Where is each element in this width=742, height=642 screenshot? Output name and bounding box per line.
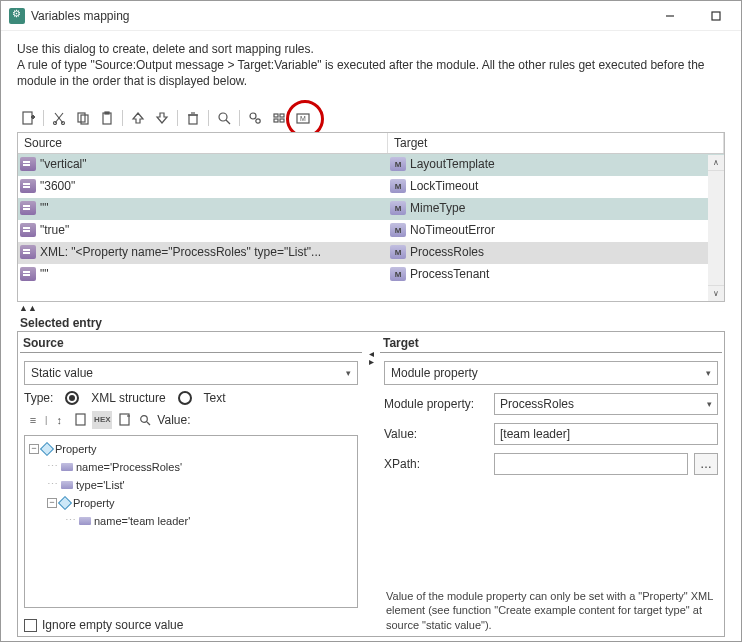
tree-node-label: name='team leader': [94, 515, 190, 527]
target-row-icon: [390, 201, 406, 215]
modules-button[interactable]: [268, 107, 290, 129]
tree-node-label: type='List': [76, 479, 125, 491]
target-panel-title: Target: [380, 334, 722, 352]
type-radio-group: Type: XML structure Text: [24, 391, 358, 405]
table-row[interactable]: "3600"LockTimeout: [18, 176, 724, 198]
target-text: ProcessTenant: [410, 267, 489, 281]
panel-splitter[interactable]: ◂ ▸: [366, 334, 376, 634]
svg-rect-26: [76, 414, 85, 425]
attr-icon: [61, 463, 73, 471]
source-row-icon: [20, 201, 36, 215]
xml-tree[interactable]: −Property ⋯name='ProcessRoles' ⋯type='Li…: [24, 435, 358, 608]
target-type-value: Module property: [391, 366, 478, 380]
svg-rect-11: [103, 113, 111, 124]
ignore-empty-row: Ignore empty source value: [24, 618, 358, 632]
value-field: [team leader]: [494, 423, 718, 445]
content-area: Use this dialog to create, delete and so…: [1, 31, 741, 641]
table-row[interactable]: ""ProcessTenant: [18, 264, 724, 286]
expand-button[interactable]: ↕: [50, 411, 68, 429]
source-cell: "": [18, 264, 388, 285]
source-cell: "true": [18, 220, 388, 241]
svg-rect-1: [712, 12, 720, 20]
radio-xml[interactable]: [65, 391, 79, 405]
table-row[interactable]: "true"NoTimeoutError: [18, 220, 724, 242]
search-value-button[interactable]: [136, 411, 154, 429]
target-row-icon: [390, 223, 406, 237]
svg-point-29: [141, 415, 148, 422]
ignore-empty-checkbox[interactable]: [24, 619, 37, 632]
svg-rect-23: [280, 119, 284, 122]
minimize-button[interactable]: [647, 1, 693, 30]
value-label: Value:: [157, 413, 190, 427]
description-text: Use this dialog to create, delete and so…: [17, 41, 725, 90]
target-cell: MimeType: [388, 198, 724, 219]
source-text: "vertical": [40, 157, 87, 171]
xpath-input[interactable]: [494, 453, 688, 475]
chevron-down-icon: ▾: [706, 368, 711, 378]
svg-rect-21: [280, 114, 284, 117]
window-title: Variables mapping: [31, 9, 647, 23]
collapse-handles[interactable]: ▲▲: [17, 302, 725, 314]
value-toolbar: ≡ | ↕ HEX Value:: [24, 411, 358, 429]
module-mapping-button[interactable]: M: [292, 107, 314, 129]
collapse-icon[interactable]: −: [47, 498, 57, 508]
toolbar: M: [17, 104, 725, 132]
target-cell: LockTimeout: [388, 176, 724, 197]
svg-rect-12: [105, 112, 109, 114]
splitter-right-icon: ▸: [369, 358, 374, 366]
table-row[interactable]: ""MimeType: [18, 198, 724, 220]
app-icon: [9, 8, 25, 24]
source-text: "": [40, 201, 49, 215]
target-type-combo[interactable]: Module property ▾: [384, 361, 718, 385]
align-button[interactable]: ≡: [24, 411, 42, 429]
target-text: LayoutTemplate: [410, 157, 495, 171]
copy-button[interactable]: [72, 107, 94, 129]
source-text: "": [40, 267, 49, 281]
hex-button[interactable]: HEX: [92, 411, 112, 429]
new-button[interactable]: [17, 107, 39, 129]
titlebar: Variables mapping: [1, 1, 741, 31]
delete-button[interactable]: [182, 107, 204, 129]
source-row-icon: [20, 267, 36, 281]
scrollbar[interactable]: ∧ ∨: [708, 155, 724, 301]
svg-rect-13: [189, 115, 197, 124]
type-label: Type:: [24, 391, 53, 405]
search-button[interactable]: [213, 107, 235, 129]
target-text: MimeType: [410, 201, 465, 215]
doc1-button[interactable]: [71, 411, 89, 429]
module-property-value: ProcessRoles: [500, 397, 574, 411]
target-text: NoTimeoutError: [410, 223, 495, 237]
maximize-button[interactable]: [693, 1, 739, 30]
table-row[interactable]: XML: "<Property name="ProcessRoles" type…: [18, 242, 724, 264]
chevron-down-icon: ▾: [346, 368, 351, 378]
settings-button[interactable]: [244, 107, 266, 129]
xpath-label: XPath:: [384, 457, 488, 471]
paste-button[interactable]: [96, 107, 118, 129]
svg-point-19: [256, 118, 260, 122]
cut-button[interactable]: [48, 107, 70, 129]
header-source[interactable]: Source: [18, 133, 388, 153]
target-row-icon: [390, 157, 406, 171]
tree-node-label: Property: [73, 497, 115, 509]
table-row[interactable]: "vertical"LayoutTemplate: [18, 154, 724, 176]
tree-node-label: name='ProcessRoles': [76, 461, 182, 473]
source-text: "3600": [40, 179, 75, 193]
module-property-combo[interactable]: ProcessRoles ▾: [494, 393, 718, 415]
move-up-button[interactable]: [127, 107, 149, 129]
collapse-icon[interactable]: −: [29, 444, 39, 454]
radio-text[interactable]: [178, 391, 192, 405]
radio-xml-label: XML structure: [91, 391, 165, 405]
source-row-icon: [20, 245, 36, 259]
scroll-down-icon[interactable]: ∨: [708, 285, 724, 301]
dialog-window: Variables mapping Use this dialog to cre…: [0, 0, 742, 642]
table-header: Source Target: [18, 133, 724, 154]
move-down-button[interactable]: [151, 107, 173, 129]
target-text: ProcessRoles: [410, 245, 484, 259]
xpath-browse-button[interactable]: …: [694, 453, 718, 475]
source-type-combo[interactable]: Static value ▾: [24, 361, 358, 385]
doc2-button[interactable]: [115, 411, 133, 429]
header-target[interactable]: Target: [388, 133, 724, 153]
source-row-icon: [20, 179, 36, 193]
target-text: LockTimeout: [410, 179, 478, 193]
scroll-up-icon[interactable]: ∧: [708, 155, 724, 171]
